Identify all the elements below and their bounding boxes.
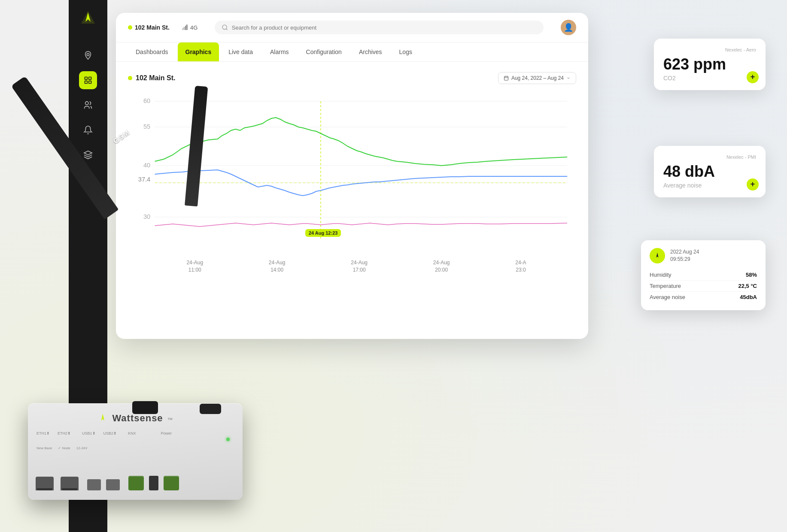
location-badge[interactable]: 102 Main St. <box>128 24 170 31</box>
tooltip-row-temperature: Temperature 22,5 °C <box>650 281 757 292</box>
svg-text:55: 55 <box>143 123 150 130</box>
tab-alarms[interactable]: Alarms <box>262 42 297 61</box>
chart-title-row: 102 Main St. Aug 24, 2022 – Aug 24 <box>128 72 576 84</box>
sidebar-item-users[interactable] <box>79 96 97 114</box>
x-label-3: 24-Aug17:00 <box>351 259 368 274</box>
brand-logo-icon <box>97 413 108 423</box>
terminal-block-2 <box>164 476 179 490</box>
device-body: Wattsense ™ ETH1⬆ ETH2⬆ USB1⬆ USB2⬆ KNX … <box>28 403 243 500</box>
svg-point-17 <box>222 25 227 29</box>
port-labels: ETH1⬆ ETH2⬆ USB1⬆ USB2⬆ KNX Power <box>36 431 172 435</box>
svg-rect-14 <box>184 27 185 30</box>
svg-rect-5 <box>85 81 88 84</box>
port-usb1 <box>87 479 101 490</box>
nav-tabs: Dashboards Graphics Live data Alarms Con… <box>116 42 588 62</box>
tab-graphics[interactable]: Graphics <box>178 42 219 61</box>
co2-card: Nexelec - Aero 623 ppm CO2 + <box>654 39 766 90</box>
svg-marker-34 <box>656 253 658 258</box>
cursor-timestamp: 24 Aug 12:23 <box>305 229 341 237</box>
avg-noise-value: 45dbA <box>740 294 757 300</box>
tooltip-row-noise: Average noise 45dbA <box>650 292 757 302</box>
co2-value: 623 ppm <box>663 56 756 73</box>
user-avatar[interactable]: 👤 <box>561 20 576 35</box>
tab-logs[interactable]: Logs <box>392 42 420 61</box>
x-axis-labels: 24-Aug11:00 24-Aug14:00 24-Aug17:00 24-A… <box>128 256 576 274</box>
noise-add-button[interactable]: + <box>747 178 759 190</box>
svg-rect-4 <box>89 77 91 80</box>
tooltip-row-humidity: Humidity 58% <box>650 269 757 281</box>
location-indicator <box>128 25 132 30</box>
svg-text:30: 30 <box>143 213 150 220</box>
tooltip-date: 2022 Aug 24 <box>670 248 699 256</box>
tab-dashboards[interactable]: Dashboards <box>128 42 176 61</box>
temperature-label: Temperature <box>650 283 681 289</box>
svg-text:37.4: 37.4 <box>138 176 150 183</box>
avg-noise-label: Average noise <box>650 294 685 300</box>
tooltip-popup: 2022 Aug 24 09:55:29 Humidity 58% Temper… <box>641 240 766 310</box>
x-label-1: 24-Aug11:00 <box>186 259 203 274</box>
svg-rect-13 <box>182 28 183 30</box>
chevron-icon <box>566 76 571 80</box>
svg-text:40: 40 <box>143 162 150 169</box>
chart-title: 102 Main St. <box>128 74 175 82</box>
device-brand-area: Wattsense ™ <box>97 413 173 424</box>
x-label-2: 24-Aug14:00 <box>269 259 286 274</box>
antenna-base-left <box>132 401 158 414</box>
svg-point-7 <box>85 102 88 105</box>
port-usb2 <box>106 479 120 490</box>
ports-row <box>36 476 179 490</box>
brand-trademark: ™ <box>167 417 173 423</box>
noise-unit: Average noise <box>663 182 756 189</box>
date-range-text: Aug 24, 2022 – Aug 24 <box>511 75 564 81</box>
led-green <box>226 438 230 441</box>
brand-name: Wattsense <box>112 413 163 424</box>
antenna-base-right <box>200 404 221 414</box>
status-leds <box>226 438 230 441</box>
chart-title-text: 102 Main St. <box>136 74 175 82</box>
terminal-block-1 <box>128 476 144 490</box>
svg-text:60: 60 <box>143 97 150 104</box>
svg-rect-3 <box>85 77 88 80</box>
svg-rect-18 <box>504 76 508 80</box>
x-label-5: 24-A23:0 <box>515 259 526 274</box>
svg-rect-15 <box>185 26 186 30</box>
signal-badge: 4G <box>182 24 198 31</box>
date-range-button[interactable]: Aug 24, 2022 – Aug 24 <box>498 72 576 84</box>
chart-dot <box>128 76 132 80</box>
humidity-label: Humidity <box>650 272 672 278</box>
humidity-value: 58% <box>746 272 757 278</box>
tab-livedata[interactable]: Live data <box>221 42 261 61</box>
device-small-labels: New Base ✓ Node 12-24V <box>36 446 88 450</box>
co2-add-button[interactable]: + <box>747 71 759 83</box>
noise-value: 48 dbA <box>663 163 756 180</box>
svg-marker-35 <box>101 414 104 421</box>
calendar-icon <box>504 76 509 81</box>
tooltip-logo-icon <box>650 248 665 263</box>
terminal-black <box>149 476 158 490</box>
tab-archives[interactable]: Archives <box>351 42 390 61</box>
port-eth1 <box>36 477 54 490</box>
sidebar-item-location[interactable] <box>79 46 97 64</box>
co2-source: Nexelec - Aero <box>663 47 756 52</box>
x-label-4: 24-Aug20:00 <box>433 259 450 274</box>
sidebar-item-alarms[interactable] <box>79 121 97 139</box>
svg-marker-8 <box>84 151 92 155</box>
tooltip-timestamp: 2022 Aug 24 09:55:29 <box>670 248 699 263</box>
location-name: 102 Main St. <box>135 24 170 31</box>
noise-card: Nexelec - PMI 48 dbA Average noise + <box>654 146 766 197</box>
svg-rect-16 <box>186 24 187 30</box>
noise-source: Nexelec - PMI <box>663 154 756 160</box>
signal-icon <box>182 24 188 31</box>
tooltip-time: 09:55:29 <box>670 256 699 263</box>
co2-unit: CO2 <box>663 75 756 82</box>
search-icon <box>222 24 228 31</box>
search-input[interactable] <box>232 24 537 31</box>
tooltip-header: 2022 Aug 24 09:55:29 <box>650 248 757 263</box>
tab-configuration[interactable]: Configuration <box>298 42 349 61</box>
port-eth2 <box>61 477 79 490</box>
dashboard-header: 102 Main St. 4G 👤 <box>116 13 588 42</box>
sidebar-item-dashboard[interactable] <box>79 71 97 89</box>
chart-area: 102 Main St. Aug 24, 2022 – Aug 24 <box>116 62 588 284</box>
svg-point-2 <box>87 53 89 56</box>
search-bar[interactable] <box>215 21 544 34</box>
